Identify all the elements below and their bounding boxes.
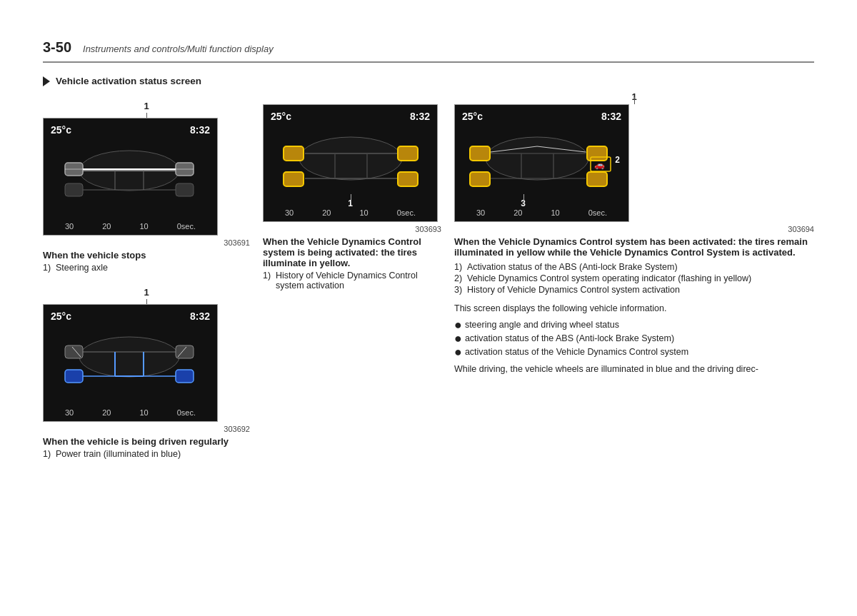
list-item: 1) History of Vehicle Dynamics Control s…	[263, 271, 441, 291]
bullet-item-2: ● activation status of the ABS (Anti-loc…	[454, 333, 814, 345]
screen1-caption: When the vehicle stops	[43, 250, 250, 261]
screen1-time: 8:32	[190, 124, 210, 136]
svg-rect-37	[587, 146, 607, 161]
page-number: 3-50	[43, 39, 71, 56]
bullet-item-3: ● activation status of the Vehicle Dynam…	[454, 347, 814, 358]
left-column: Vehicle activation status screen 1 25°c	[43, 76, 250, 463]
triangle-icon	[43, 76, 50, 86]
svg-point-33	[486, 137, 588, 180]
page-header: 3-50 Instruments and controls/Multi func…	[43, 0, 814, 63]
mid-speeds: 3020100sec.	[264, 208, 437, 217]
screen1-display: 25°c 8:32	[43, 118, 218, 236]
mid-list: 1) History of Vehicle Dynamics Control s…	[263, 271, 441, 291]
screen2-temp: 25°c	[51, 310, 71, 322]
right-speeds: 3020100sec.	[455, 208, 628, 217]
mid-screen-wrapper: 25°c 8:32	[263, 104, 441, 291]
right-body2: While driving, the vehicle wheels are il…	[454, 363, 814, 376]
right-body1: This screen displays the following vehic…	[454, 302, 814, 315]
svg-rect-18	[176, 370, 194, 383]
screen2-code: 303692	[43, 425, 250, 433]
list-item: 2) Vehicle Dynamics Control system opera…	[454, 273, 814, 283]
svg-point-12	[79, 337, 179, 377]
page-container: 3-50 Instruments and controls/Multi func…	[0, 0, 857, 616]
svg-rect-28	[398, 146, 418, 161]
mid-caption: When the Vehicle Dynamics Control system…	[263, 236, 441, 268]
right-time: 8:32	[601, 111, 621, 122]
right-label2: 2	[615, 155, 620, 165]
bullet-item-1: ● steering angle and driving wheel statu…	[454, 320, 814, 331]
mid-temp: 25°c	[271, 111, 291, 122]
screen2-display: 25°c 8:32	[43, 304, 218, 422]
car-diagram-mid	[271, 125, 431, 193]
svg-text:🚗: 🚗	[594, 159, 605, 170]
section-title: Vehicle activation status screen	[43, 76, 250, 86]
screen1-wrapper: 1 25°c 8:32	[43, 101, 250, 273]
svg-rect-38	[470, 172, 490, 186]
right-code: 303694	[454, 225, 814, 233]
mid-code: 303693	[263, 225, 441, 233]
list-item: 1) Steering axle	[43, 263, 250, 273]
right-bullets: ● steering angle and driving wheel statu…	[454, 320, 814, 358]
svg-rect-5	[65, 183, 83, 196]
mid-column: 25°c 8:32	[263, 76, 441, 463]
svg-rect-36	[470, 146, 490, 161]
car-diagram-2	[51, 325, 208, 389]
screen1-label1: 1	[43, 101, 250, 111]
screen2-list: 1) Power train (illuminated in blue)	[43, 449, 250, 459]
list-item: 1) Power train (illuminated in blue)	[43, 449, 250, 459]
screen1-speeds: 3020100sec.	[44, 222, 217, 231]
list-item: 1) Activation status of the ABS (Anti-lo…	[454, 262, 814, 272]
screen2-wrapper: 1 25°c 8:32	[43, 287, 250, 459]
screen1-list: 1) Steering axle	[43, 263, 250, 273]
svg-point-24	[299, 137, 402, 180]
car-diagram-right: 🚗	[458, 125, 619, 193]
svg-rect-6	[176, 183, 194, 196]
car-diagram-1	[51, 138, 208, 203]
section-title-text: Vehicle activation status screen	[56, 76, 201, 86]
svg-rect-17	[65, 370, 83, 383]
mid-time: 8:32	[410, 111, 430, 122]
mid-screen-display: 25°c 8:32	[263, 104, 438, 222]
right-column: 1 25°c 8:32	[454, 76, 814, 463]
screen2-time: 8:32	[190, 310, 210, 322]
svg-rect-39	[587, 172, 607, 186]
screen2-label1: 1	[43, 287, 250, 298]
page-title: Instruments and controls/Multi function …	[83, 44, 274, 54]
right-caption-list: 1) Activation status of the ABS (Anti-lo…	[454, 262, 814, 295]
screen2-speeds: 3020100sec.	[44, 408, 217, 417]
svg-rect-27	[284, 146, 304, 161]
list-item: 3) History of Vehicle Dynamics Control s…	[454, 285, 814, 295]
screen1-temp: 25°c	[51, 124, 71, 136]
content-area: Vehicle activation status screen 1 25°c	[43, 76, 814, 463]
right-temp: 25°c	[462, 111, 483, 122]
screen2-caption: When the vehicle is being driven regular…	[43, 436, 250, 447]
right-caption-title: When the Vehicle Dynamics Control system…	[454, 236, 814, 258]
screen1-code: 303691	[43, 238, 250, 247]
right-screen-wrapper: 1 25°c 8:32	[454, 104, 814, 233]
right-screen-display: 25°c 8:32	[454, 104, 629, 222]
svg-rect-29	[284, 172, 304, 186]
svg-rect-30	[398, 172, 418, 186]
